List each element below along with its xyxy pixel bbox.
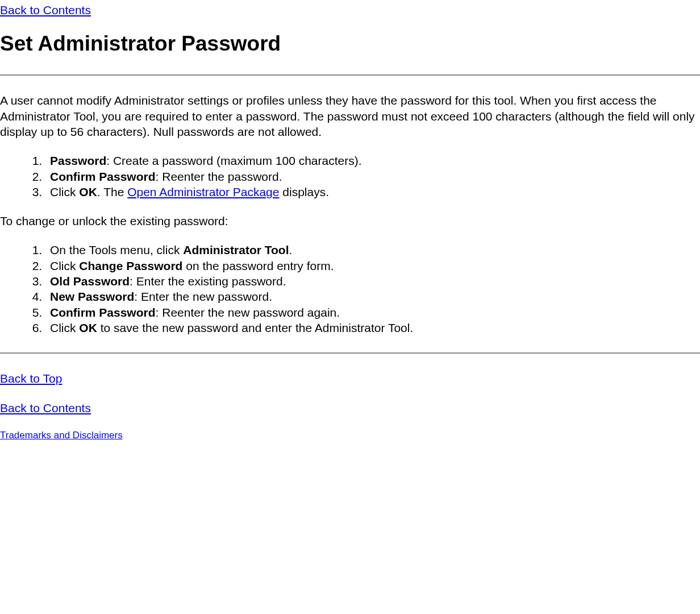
text: . The [97,185,127,198]
back-to-contents-link-bottom[interactable]: Back to Contents [0,401,91,414]
text: displays. [279,185,329,198]
text: on the password entry form. [182,259,334,272]
open-administrator-package-link[interactable]: Open Administrator Package [127,185,279,198]
text: Click [50,185,79,198]
label-old-password: Old Password [50,275,130,288]
text: . [289,243,293,256]
back-to-top-link[interactable]: Back to Top [0,372,62,385]
list-item: Confirm Password: Reenter the password. [45,169,700,184]
change-password-subhead: To change or unlock the existing passwor… [0,213,700,229]
text: : Reenter the new password again. [156,306,340,319]
label-password: Password [50,154,106,167]
list-item: Click OK. The Open Administrator Package… [45,184,700,200]
list-item: Password: Create a password (maximum 100… [45,153,700,168]
change-password-steps: On the Tools menu, click Administrator T… [0,242,700,335]
label-confirm-password: Confirm Password [50,306,156,319]
text: : Create a password (maximum 100 charact… [106,154,361,167]
label-new-password: New Password [50,290,134,303]
text: Click [50,259,79,272]
create-password-steps: Password: Create a password (maximum 100… [0,153,700,200]
divider-bottom [0,352,700,354]
text: : Enter the new password. [134,290,272,303]
trademarks-link[interactable]: Trademarks and Disclaimers [0,430,123,441]
text: Click [50,321,79,334]
text: : Enter the existing password. [130,275,286,288]
page-title: Set Administrator Password [0,30,700,57]
label-confirm-password: Confirm Password [50,170,156,183]
intro-paragraph: A user cannot modify Administrator setti… [0,93,700,139]
list-item: On the Tools menu, click Administrator T… [45,242,700,258]
label-administrator-tool: Administrator Tool [183,243,289,256]
text: : Reenter the password. [156,170,282,183]
text: to save the new password and enter the A… [97,321,413,334]
label-ok: OK [79,185,97,198]
label-change-password: Change Password [79,259,182,272]
back-to-contents-link-top[interactable]: Back to Contents [0,2,700,18]
list-item: Click Change Password on the password en… [45,258,700,273]
list-item: Click OK to save the new password and en… [45,320,700,335]
list-item: New Password: Enter the new password. [45,289,700,304]
label-ok: OK [79,321,97,334]
list-item: Old Password: Enter the existing passwor… [45,273,700,289]
divider-top [0,74,700,76]
list-item: Confirm Password: Reenter the new passwo… [45,305,700,320]
text: On the Tools menu, click [50,243,183,256]
